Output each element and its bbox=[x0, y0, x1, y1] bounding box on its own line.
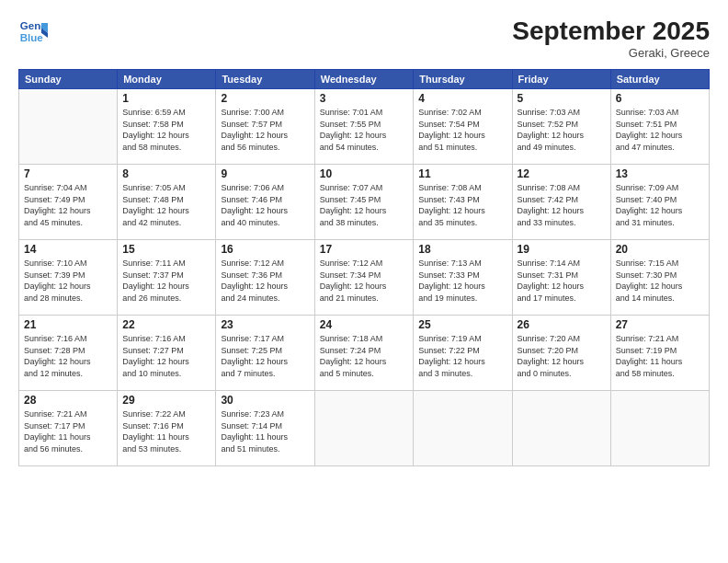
day-number: 3 bbox=[320, 92, 409, 105]
day-info: Sunrise: 7:16 AM Sunset: 7:28 PM Dayligh… bbox=[24, 333, 112, 379]
day-info: Sunrise: 6:59 AM Sunset: 7:58 PM Dayligh… bbox=[122, 107, 210, 153]
calendar-header-tuesday: Tuesday bbox=[216, 70, 314, 89]
day-info: Sunrise: 7:07 AM Sunset: 7:45 PM Dayligh… bbox=[320, 182, 409, 228]
day-info: Sunrise: 7:08 AM Sunset: 7:43 PM Dayligh… bbox=[418, 182, 506, 228]
calendar-cell: 9Sunrise: 7:06 AM Sunset: 7:46 PM Daylig… bbox=[216, 165, 314, 240]
calendar-cell: 17Sunrise: 7:12 AM Sunset: 7:34 PM Dayli… bbox=[314, 240, 414, 316]
calendar-cell: 18Sunrise: 7:13 AM Sunset: 7:33 PM Dayli… bbox=[414, 240, 512, 316]
calendar-cell: 10Sunrise: 7:07 AM Sunset: 7:45 PM Dayli… bbox=[314, 165, 414, 240]
day-number: 6 bbox=[616, 92, 704, 105]
calendar-cell: 24Sunrise: 7:18 AM Sunset: 7:24 PM Dayli… bbox=[314, 316, 414, 391]
calendar-cell: 21Sunrise: 7:16 AM Sunset: 7:28 PM Dayli… bbox=[19, 316, 118, 391]
logo-icon: General Blue bbox=[18, 17, 48, 46]
day-info: Sunrise: 7:12 AM Sunset: 7:36 PM Dayligh… bbox=[221, 258, 309, 304]
day-info: Sunrise: 7:16 AM Sunset: 7:27 PM Dayligh… bbox=[122, 333, 210, 379]
day-number: 26 bbox=[518, 318, 606, 331]
calendar-cell: 28Sunrise: 7:21 AM Sunset: 7:17 PM Dayli… bbox=[19, 391, 118, 466]
calendar-cell bbox=[610, 391, 709, 466]
day-info: Sunrise: 7:19 AM Sunset: 7:22 PM Dayligh… bbox=[418, 333, 506, 379]
day-info: Sunrise: 7:13 AM Sunset: 7:33 PM Dayligh… bbox=[418, 258, 506, 304]
day-info: Sunrise: 7:03 AM Sunset: 7:51 PM Dayligh… bbox=[616, 107, 704, 153]
calendar-week-row: 21Sunrise: 7:16 AM Sunset: 7:28 PM Dayli… bbox=[19, 316, 710, 391]
calendar-week-row: 28Sunrise: 7:21 AM Sunset: 7:17 PM Dayli… bbox=[19, 391, 710, 466]
day-number: 17 bbox=[320, 243, 409, 256]
day-number: 28 bbox=[24, 394, 112, 407]
calendar-cell bbox=[414, 391, 512, 466]
calendar-cell: 7Sunrise: 7:04 AM Sunset: 7:49 PM Daylig… bbox=[19, 165, 118, 240]
day-info: Sunrise: 7:21 AM Sunset: 7:17 PM Dayligh… bbox=[24, 408, 112, 454]
day-info: Sunrise: 7:21 AM Sunset: 7:19 PM Dayligh… bbox=[616, 333, 704, 379]
day-number: 13 bbox=[616, 167, 704, 180]
day-number: 23 bbox=[221, 318, 309, 331]
calendar-cell: 27Sunrise: 7:21 AM Sunset: 7:19 PM Dayli… bbox=[610, 316, 709, 391]
day-number: 25 bbox=[418, 318, 506, 331]
day-info: Sunrise: 7:12 AM Sunset: 7:34 PM Dayligh… bbox=[320, 258, 409, 304]
day-number: 27 bbox=[616, 318, 704, 331]
day-number: 5 bbox=[518, 92, 606, 105]
day-info: Sunrise: 7:09 AM Sunset: 7:40 PM Dayligh… bbox=[616, 182, 704, 228]
day-info: Sunrise: 7:06 AM Sunset: 7:46 PM Dayligh… bbox=[221, 182, 309, 228]
day-number: 11 bbox=[418, 167, 506, 180]
calendar-cell: 15Sunrise: 7:11 AM Sunset: 7:37 PM Dayli… bbox=[118, 240, 216, 316]
day-info: Sunrise: 7:17 AM Sunset: 7:25 PM Dayligh… bbox=[221, 333, 309, 379]
day-info: Sunrise: 7:23 AM Sunset: 7:14 PM Dayligh… bbox=[221, 408, 309, 454]
day-number: 1 bbox=[122, 92, 210, 105]
day-number: 16 bbox=[221, 243, 309, 256]
calendar-cell bbox=[19, 89, 118, 165]
calendar-cell: 23Sunrise: 7:17 AM Sunset: 7:25 PM Dayli… bbox=[216, 316, 314, 391]
day-number: 14 bbox=[24, 243, 112, 256]
calendar-cell: 26Sunrise: 7:20 AM Sunset: 7:20 PM Dayli… bbox=[512, 316, 610, 391]
calendar-cell: 16Sunrise: 7:12 AM Sunset: 7:36 PM Dayli… bbox=[216, 240, 314, 316]
page-header: General Blue September 2025 Geraki, Gree… bbox=[18, 17, 710, 60]
day-info: Sunrise: 7:03 AM Sunset: 7:52 PM Dayligh… bbox=[518, 107, 606, 153]
calendar-cell: 3Sunrise: 7:01 AM Sunset: 7:55 PM Daylig… bbox=[314, 89, 414, 165]
calendar-cell bbox=[314, 391, 414, 466]
calendar-header-row: SundayMondayTuesdayWednesdayThursdayFrid… bbox=[19, 70, 710, 89]
day-info: Sunrise: 7:11 AM Sunset: 7:37 PM Dayligh… bbox=[122, 258, 210, 304]
calendar-cell: 4Sunrise: 7:02 AM Sunset: 7:54 PM Daylig… bbox=[414, 89, 512, 165]
calendar-cell: 8Sunrise: 7:05 AM Sunset: 7:48 PM Daylig… bbox=[118, 165, 216, 240]
day-number: 20 bbox=[616, 243, 704, 256]
day-info: Sunrise: 7:05 AM Sunset: 7:48 PM Dayligh… bbox=[122, 182, 210, 228]
calendar-header-monday: Monday bbox=[118, 70, 216, 89]
calendar-header-wednesday: Wednesday bbox=[314, 70, 414, 89]
calendar-header-thursday: Thursday bbox=[414, 70, 512, 89]
day-info: Sunrise: 7:15 AM Sunset: 7:30 PM Dayligh… bbox=[616, 258, 704, 304]
day-info: Sunrise: 7:10 AM Sunset: 7:39 PM Dayligh… bbox=[24, 258, 112, 304]
day-info: Sunrise: 7:01 AM Sunset: 7:55 PM Dayligh… bbox=[320, 107, 409, 153]
calendar-cell: 30Sunrise: 7:23 AM Sunset: 7:14 PM Dayli… bbox=[216, 391, 314, 466]
calendar-cell: 14Sunrise: 7:10 AM Sunset: 7:39 PM Dayli… bbox=[19, 240, 118, 316]
day-number: 12 bbox=[518, 167, 606, 180]
calendar-cell: 1Sunrise: 6:59 AM Sunset: 7:58 PM Daylig… bbox=[118, 89, 216, 165]
day-number: 8 bbox=[122, 167, 210, 180]
calendar-cell bbox=[512, 391, 610, 466]
calendar-cell: 22Sunrise: 7:16 AM Sunset: 7:27 PM Dayli… bbox=[118, 316, 216, 391]
logo: General Blue bbox=[18, 17, 48, 46]
day-info: Sunrise: 7:18 AM Sunset: 7:24 PM Dayligh… bbox=[320, 333, 409, 379]
day-info: Sunrise: 7:14 AM Sunset: 7:31 PM Dayligh… bbox=[518, 258, 606, 304]
calendar-week-row: 14Sunrise: 7:10 AM Sunset: 7:39 PM Dayli… bbox=[19, 240, 710, 316]
day-info: Sunrise: 7:22 AM Sunset: 7:16 PM Dayligh… bbox=[122, 408, 210, 454]
day-number: 29 bbox=[122, 394, 210, 407]
day-number: 10 bbox=[320, 167, 409, 180]
title-block: September 2025 Geraki, Greece bbox=[512, 17, 710, 60]
calendar-cell: 19Sunrise: 7:14 AM Sunset: 7:31 PM Dayli… bbox=[512, 240, 610, 316]
day-number: 2 bbox=[221, 92, 309, 105]
day-number: 4 bbox=[418, 92, 506, 105]
day-info: Sunrise: 7:00 AM Sunset: 7:57 PM Dayligh… bbox=[221, 107, 309, 153]
calendar-week-row: 7Sunrise: 7:04 AM Sunset: 7:49 PM Daylig… bbox=[19, 165, 710, 240]
calendar-table: SundayMondayTuesdayWednesdayThursdayFrid… bbox=[18, 69, 710, 466]
calendar-cell: 2Sunrise: 7:00 AM Sunset: 7:57 PM Daylig… bbox=[216, 89, 314, 165]
calendar-cell: 5Sunrise: 7:03 AM Sunset: 7:52 PM Daylig… bbox=[512, 89, 610, 165]
day-number: 21 bbox=[24, 318, 112, 331]
calendar-cell: 12Sunrise: 7:08 AM Sunset: 7:42 PM Dayli… bbox=[512, 165, 610, 240]
day-number: 15 bbox=[122, 243, 210, 256]
day-number: 22 bbox=[122, 318, 210, 331]
calendar-header-sunday: Sunday bbox=[19, 70, 118, 89]
day-number: 30 bbox=[221, 394, 309, 407]
calendar-cell: 20Sunrise: 7:15 AM Sunset: 7:30 PM Dayli… bbox=[610, 240, 709, 316]
day-number: 9 bbox=[221, 167, 309, 180]
day-number: 7 bbox=[24, 167, 112, 180]
day-number: 24 bbox=[320, 318, 409, 331]
calendar-header-friday: Friday bbox=[512, 70, 610, 89]
